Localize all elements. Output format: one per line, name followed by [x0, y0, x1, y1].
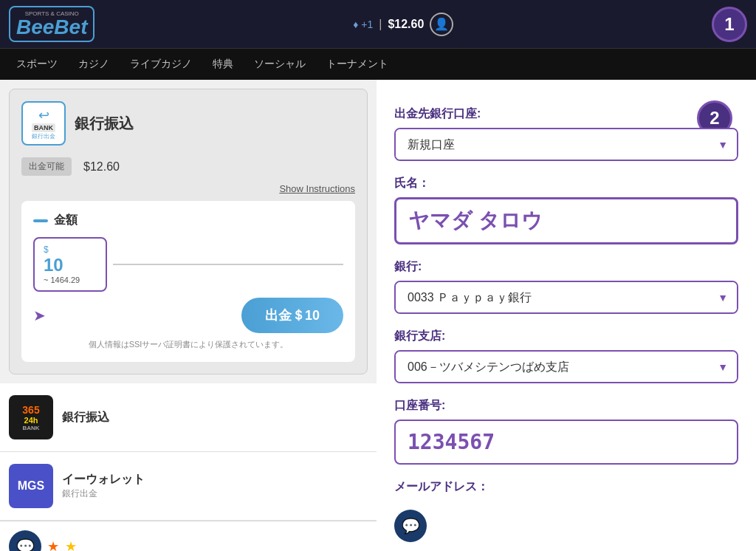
- payment-mgs-subtitle: 銀行出金: [62, 487, 145, 500]
- branch-section: 銀行支店: 006－ツバメシテンつばめ支店 ▼: [394, 329, 738, 383]
- header: SPORTS & CASINO BeeBet ♦ +1 | $12.60 👤 1: [0, 0, 756, 49]
- email-section: メールアドレス：: [394, 479, 738, 495]
- bank-account-section: 出金先銀行口座: 新規口座 ▼: [394, 106, 738, 161]
- amount-jpy: ~ 1464.29: [44, 276, 80, 284]
- bank-label: 銀行:: [394, 259, 738, 275]
- bank-icon-box: ↩ BANK 銀行出金: [21, 101, 66, 146]
- amount-section-header: 金額: [33, 213, 343, 228]
- bottom-bar: 💬 ★ ★: [0, 521, 377, 551]
- arrow-icon: ➤: [33, 307, 46, 324]
- show-instructions-wrapper: Show Instructions: [21, 182, 355, 195]
- diamond-badge: ♦ +1: [353, 18, 373, 30]
- nav-tournament[interactable]: トーナメント: [316, 49, 399, 80]
- amount-input-line: [113, 264, 343, 265]
- amount-value: 10: [44, 255, 63, 276]
- show-instructions-link[interactable]: Show Instructions: [279, 183, 355, 194]
- branch-select-wrapper[interactable]: 006－ツバメシテンつばめ支店 ▼: [394, 350, 738, 383]
- chat-button[interactable]: 💬: [9, 530, 41, 551]
- account-number-label: 口座番号:: [394, 398, 738, 414]
- account-number-wrapper[interactable]: 1234567: [394, 420, 738, 465]
- logo[interactable]: SPORTS & CASINO BeeBet: [9, 6, 94, 42]
- payment-mgs-icon: MGS: [9, 464, 53, 508]
- name-label: 氏名：: [394, 176, 738, 191]
- step1-badge: 1: [712, 7, 747, 42]
- mgs-label: MGS: [18, 479, 44, 493]
- header-center: ♦ +1 | $12.60 👤: [103, 13, 703, 36]
- right-chat-button[interactable]: 💬: [394, 510, 427, 542]
- 365-number: 365: [22, 404, 39, 416]
- nav-casino[interactable]: カジノ: [68, 49, 120, 80]
- main-content: ↩ BANK 銀行出金 銀行振込 出金可能 $12.60 Show Instru…: [0, 80, 756, 551]
- star-1[interactable]: ★: [47, 538, 59, 551]
- bank-arrow-icon: ↩: [38, 107, 49, 123]
- payment-365-title: 銀行振込: [62, 410, 109, 425]
- bank-account-label: 出金先銀行口座:: [394, 106, 738, 122]
- bank-icon-label: BANK: [32, 123, 55, 132]
- minus-icon: [33, 219, 48, 222]
- bank-account-select-wrapper[interactable]: 新規口座 ▼: [394, 128, 738, 161]
- 365-hours: 24h: [24, 416, 38, 425]
- account-number-section: 口座番号: 1234567: [394, 398, 738, 465]
- bank-select[interactable]: 0033 Ｐａｙｐａｙ銀行: [396, 282, 737, 312]
- bank-title: 銀行振込: [75, 114, 134, 134]
- amount-input-wrapper: $ 10 ~ 1464.29: [33, 237, 343, 292]
- payment-item-mgs[interactable]: MGS イーウォレット 銀行出金: [0, 452, 377, 521]
- amount-box[interactable]: $ 10 ~ 1464.29: [33, 237, 107, 292]
- 365-bank-label: BANK: [22, 425, 39, 431]
- bank-select-wrapper[interactable]: 0033 Ｐａｙｐａｙ銀行 ▼: [394, 281, 738, 314]
- bank-account-select[interactable]: 新規口座: [396, 129, 737, 160]
- branch-label: 銀行支店:: [394, 329, 738, 344]
- bank-icon-sublabel: 銀行出金: [32, 132, 55, 140]
- available-badge: 出金可能: [21, 157, 72, 176]
- name-value: ヤマダ タロウ: [408, 209, 543, 232]
- user-icon[interactable]: 👤: [430, 13, 453, 36]
- left-panel: ↩ BANK 銀行出金 銀行振込 出金可能 $12.60 Show Instru…: [0, 80, 377, 551]
- bank-section: 銀行: 0033 Ｐａｙｐａｙ銀行 ▼: [394, 259, 738, 314]
- logo-text: BeeBet: [16, 16, 87, 38]
- nav-sports[interactable]: スポーツ: [6, 49, 68, 80]
- name-input-wrapper[interactable]: ヤマダ タロウ: [394, 197, 738, 244]
- bank-info-row: 出金可能 $12.60: [21, 157, 355, 176]
- nav-social[interactable]: ソーシャル: [244, 49, 316, 80]
- payment-mgs-title: イーウォレット: [62, 472, 145, 487]
- diamond-icon: ♦: [353, 18, 358, 30]
- branch-select[interactable]: 006－ツバメシテンつばめ支店: [396, 352, 737, 382]
- name-section: 氏名： ヤマダ タロウ: [394, 176, 738, 244]
- email-label: メールアドレス：: [394, 479, 738, 495]
- payment-365-text: 銀行振込: [62, 410, 109, 425]
- currency-symbol: $: [44, 244, 49, 255]
- bank-card-header: ↩ BANK 銀行出金 銀行振込: [21, 101, 355, 146]
- bank-card: ↩ BANK 銀行出金 銀行振込 出金可能 $12.60 Show Instru…: [9, 89, 368, 374]
- payment-365-icon: 365 24h BANK: [9, 395, 53, 439]
- right-chat-area: 💬: [394, 510, 738, 542]
- star-2[interactable]: ★: [65, 538, 77, 551]
- amount-label: 金額: [54, 213, 78, 228]
- payment-mgs-text: イーウォレット 銀行出金: [62, 472, 145, 500]
- points-label: +1: [361, 18, 373, 30]
- security-note: 個人情報はSSIサーバ証明書により保護されています。: [33, 339, 343, 350]
- nav-tokuten[interactable]: 特典: [202, 49, 244, 80]
- balance-display: $12.60: [388, 18, 424, 31]
- navigation: スポーツ カジノ ライブカジノ 特典 ソーシャル トーナメント: [0, 49, 756, 80]
- account-number-value: 1234567: [408, 430, 495, 454]
- nav-live-casino[interactable]: ライブカジノ: [120, 49, 202, 80]
- withdraw-button[interactable]: 出金＄10: [241, 298, 343, 333]
- payment-item-365[interactable]: 365 24h BANK 銀行振込: [0, 383, 377, 452]
- bank-amount: $12.60: [83, 160, 120, 174]
- amount-section: 金額 $ 10 ~ 1464.29 ➤ 出金＄10 個人情報はSSIサーバ証明書…: [21, 201, 355, 362]
- right-panel: 2 出金先銀行口座: 新規口座 ▼ 氏名： ヤマダ タロウ 銀行: 00: [377, 80, 756, 551]
